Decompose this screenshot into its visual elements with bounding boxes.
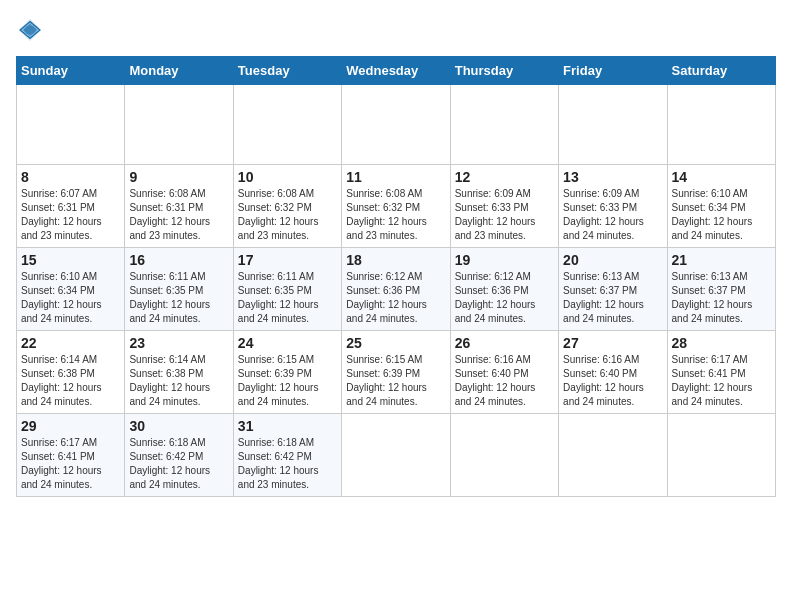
calendar-cell: 21Sunrise: 6:13 AMSunset: 6:37 PMDayligh… (667, 248, 775, 331)
day-number: 12 (455, 169, 554, 185)
cell-content: Sunrise: 6:16 AMSunset: 6:40 PMDaylight:… (563, 353, 662, 409)
calendar-week-row: 15Sunrise: 6:10 AMSunset: 6:34 PMDayligh… (17, 248, 776, 331)
calendar-cell: 10Sunrise: 6:08 AMSunset: 6:32 PMDayligh… (233, 165, 341, 248)
logo (16, 16, 48, 44)
header-sunday: Sunday (17, 57, 125, 85)
calendar-cell (125, 85, 233, 165)
cell-content: Sunrise: 6:18 AMSunset: 6:42 PMDaylight:… (129, 436, 228, 492)
calendar-cell: 9Sunrise: 6:08 AMSunset: 6:31 PMDaylight… (125, 165, 233, 248)
day-number: 19 (455, 252, 554, 268)
day-number: 25 (346, 335, 445, 351)
calendar-week-row: 29Sunrise: 6:17 AMSunset: 6:41 PMDayligh… (17, 414, 776, 497)
day-number: 16 (129, 252, 228, 268)
day-number: 22 (21, 335, 120, 351)
calendar-cell: 18Sunrise: 6:12 AMSunset: 6:36 PMDayligh… (342, 248, 450, 331)
cell-content: Sunrise: 6:09 AMSunset: 6:33 PMDaylight:… (455, 187, 554, 243)
calendar-cell: 25Sunrise: 6:15 AMSunset: 6:39 PMDayligh… (342, 331, 450, 414)
calendar-cell: 12Sunrise: 6:09 AMSunset: 6:33 PMDayligh… (450, 165, 558, 248)
day-number: 11 (346, 169, 445, 185)
calendar-header-row: SundayMondayTuesdayWednesdayThursdayFrid… (17, 57, 776, 85)
calendar-cell: 31Sunrise: 6:18 AMSunset: 6:42 PMDayligh… (233, 414, 341, 497)
calendar-cell (233, 85, 341, 165)
calendar-week-row: 22Sunrise: 6:14 AMSunset: 6:38 PMDayligh… (17, 331, 776, 414)
cell-content: Sunrise: 6:14 AMSunset: 6:38 PMDaylight:… (129, 353, 228, 409)
day-number: 21 (672, 252, 771, 268)
cell-content: Sunrise: 6:13 AMSunset: 6:37 PMDaylight:… (672, 270, 771, 326)
cell-content: Sunrise: 6:11 AMSunset: 6:35 PMDaylight:… (238, 270, 337, 326)
day-number: 30 (129, 418, 228, 434)
calendar-cell: 29Sunrise: 6:17 AMSunset: 6:41 PMDayligh… (17, 414, 125, 497)
calendar-cell: 11Sunrise: 6:08 AMSunset: 6:32 PMDayligh… (342, 165, 450, 248)
calendar-cell: 28Sunrise: 6:17 AMSunset: 6:41 PMDayligh… (667, 331, 775, 414)
day-number: 18 (346, 252, 445, 268)
header-friday: Friday (559, 57, 667, 85)
calendar-week-row (17, 85, 776, 165)
cell-content: Sunrise: 6:08 AMSunset: 6:32 PMDaylight:… (346, 187, 445, 243)
cell-content: Sunrise: 6:10 AMSunset: 6:34 PMDaylight:… (672, 187, 771, 243)
calendar-cell: 23Sunrise: 6:14 AMSunset: 6:38 PMDayligh… (125, 331, 233, 414)
cell-content: Sunrise: 6:07 AMSunset: 6:31 PMDaylight:… (21, 187, 120, 243)
calendar-cell: 14Sunrise: 6:10 AMSunset: 6:34 PMDayligh… (667, 165, 775, 248)
day-number: 28 (672, 335, 771, 351)
day-number: 15 (21, 252, 120, 268)
page-header (16, 16, 776, 44)
calendar-cell: 19Sunrise: 6:12 AMSunset: 6:36 PMDayligh… (450, 248, 558, 331)
calendar-cell: 24Sunrise: 6:15 AMSunset: 6:39 PMDayligh… (233, 331, 341, 414)
day-number: 24 (238, 335, 337, 351)
calendar-cell: 17Sunrise: 6:11 AMSunset: 6:35 PMDayligh… (233, 248, 341, 331)
cell-content: Sunrise: 6:12 AMSunset: 6:36 PMDaylight:… (455, 270, 554, 326)
day-number: 27 (563, 335, 662, 351)
cell-content: Sunrise: 6:16 AMSunset: 6:40 PMDaylight:… (455, 353, 554, 409)
calendar-cell (667, 85, 775, 165)
calendar-cell (342, 414, 450, 497)
calendar-cell (559, 85, 667, 165)
day-number: 23 (129, 335, 228, 351)
cell-content: Sunrise: 6:08 AMSunset: 6:32 PMDaylight:… (238, 187, 337, 243)
calendar-body: 8Sunrise: 6:07 AMSunset: 6:31 PMDaylight… (17, 85, 776, 497)
header-wednesday: Wednesday (342, 57, 450, 85)
cell-content: Sunrise: 6:17 AMSunset: 6:41 PMDaylight:… (21, 436, 120, 492)
cell-content: Sunrise: 6:18 AMSunset: 6:42 PMDaylight:… (238, 436, 337, 492)
calendar-cell: 20Sunrise: 6:13 AMSunset: 6:37 PMDayligh… (559, 248, 667, 331)
day-number: 26 (455, 335, 554, 351)
day-number: 14 (672, 169, 771, 185)
cell-content: Sunrise: 6:17 AMSunset: 6:41 PMDaylight:… (672, 353, 771, 409)
day-number: 29 (21, 418, 120, 434)
day-number: 8 (21, 169, 120, 185)
cell-content: Sunrise: 6:08 AMSunset: 6:31 PMDaylight:… (129, 187, 228, 243)
calendar-cell (667, 414, 775, 497)
cell-content: Sunrise: 6:15 AMSunset: 6:39 PMDaylight:… (346, 353, 445, 409)
cell-content: Sunrise: 6:13 AMSunset: 6:37 PMDaylight:… (563, 270, 662, 326)
header-saturday: Saturday (667, 57, 775, 85)
day-number: 9 (129, 169, 228, 185)
calendar-cell: 30Sunrise: 6:18 AMSunset: 6:42 PMDayligh… (125, 414, 233, 497)
calendar-week-row: 8Sunrise: 6:07 AMSunset: 6:31 PMDaylight… (17, 165, 776, 248)
calendar-cell: 27Sunrise: 6:16 AMSunset: 6:40 PMDayligh… (559, 331, 667, 414)
calendar-cell: 22Sunrise: 6:14 AMSunset: 6:38 PMDayligh… (17, 331, 125, 414)
calendar-cell: 8Sunrise: 6:07 AMSunset: 6:31 PMDaylight… (17, 165, 125, 248)
header-monday: Monday (125, 57, 233, 85)
calendar-cell: 26Sunrise: 6:16 AMSunset: 6:40 PMDayligh… (450, 331, 558, 414)
cell-content: Sunrise: 6:09 AMSunset: 6:33 PMDaylight:… (563, 187, 662, 243)
calendar-cell (450, 85, 558, 165)
day-number: 13 (563, 169, 662, 185)
cell-content: Sunrise: 6:15 AMSunset: 6:39 PMDaylight:… (238, 353, 337, 409)
header-tuesday: Tuesday (233, 57, 341, 85)
calendar-cell: 16Sunrise: 6:11 AMSunset: 6:35 PMDayligh… (125, 248, 233, 331)
calendar-cell (17, 85, 125, 165)
cell-content: Sunrise: 6:14 AMSunset: 6:38 PMDaylight:… (21, 353, 120, 409)
calendar-cell (342, 85, 450, 165)
day-number: 31 (238, 418, 337, 434)
day-number: 17 (238, 252, 337, 268)
header-thursday: Thursday (450, 57, 558, 85)
calendar-cell: 15Sunrise: 6:10 AMSunset: 6:34 PMDayligh… (17, 248, 125, 331)
day-number: 20 (563, 252, 662, 268)
calendar-cell (450, 414, 558, 497)
cell-content: Sunrise: 6:11 AMSunset: 6:35 PMDaylight:… (129, 270, 228, 326)
day-number: 10 (238, 169, 337, 185)
calendar-table: SundayMondayTuesdayWednesdayThursdayFrid… (16, 56, 776, 497)
calendar-cell (559, 414, 667, 497)
cell-content: Sunrise: 6:10 AMSunset: 6:34 PMDaylight:… (21, 270, 120, 326)
cell-content: Sunrise: 6:12 AMSunset: 6:36 PMDaylight:… (346, 270, 445, 326)
calendar-cell: 13Sunrise: 6:09 AMSunset: 6:33 PMDayligh… (559, 165, 667, 248)
